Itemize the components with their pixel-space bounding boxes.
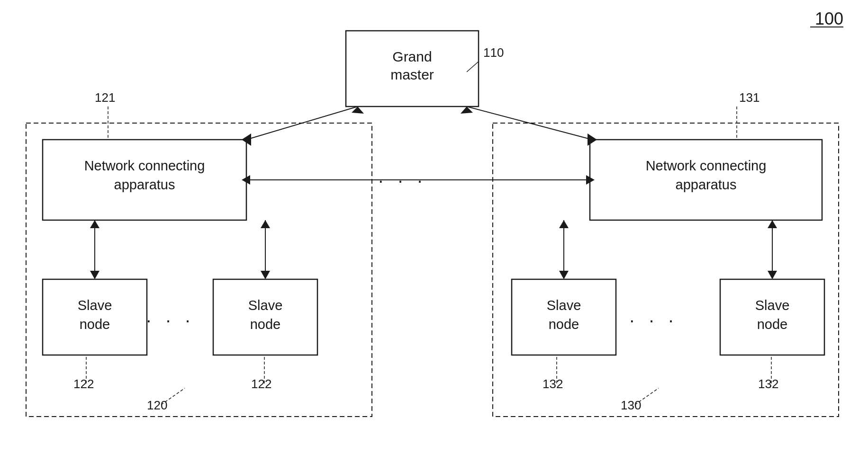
left-slave-1-label-1: Slave [78, 298, 112, 313]
ref-131: 131 [739, 90, 760, 105]
ref-122-left-2: 122 [251, 377, 271, 391]
arrow-rn-rs2-bot [768, 271, 777, 279]
right-slave-2-label-2: node [757, 317, 788, 332]
grandmaster-label-1: Grand [392, 49, 432, 64]
ref-110: 110 [483, 45, 504, 60]
grandmaster-label-2: master [390, 67, 434, 82]
left-network-label-2: apparatus [114, 177, 175, 192]
ref-120: 120 [147, 398, 167, 412]
svg-line-5 [467, 107, 592, 140]
diagram-container: 100 Grand master 110 Network connecting … [0, 0, 868, 453]
left-slave-dots: · · · [146, 311, 195, 330]
arrow-ln-ls2-top [261, 220, 270, 228]
right-network-label-1: Network connecting [646, 158, 767, 173]
right-slave-2-label-1: Slave [755, 298, 790, 313]
ref-121: 121 [95, 90, 115, 105]
ref-132-right-2: 132 [758, 377, 778, 391]
ref-132-right-1: 132 [542, 377, 563, 391]
arrow-rn-rs2-top [768, 220, 777, 228]
diagram-title: 100 [815, 9, 843, 28]
ref-130: 130 [621, 398, 641, 412]
arrow-rn-rs1-bot [559, 271, 569, 279]
ref-122-left-1: 122 [73, 377, 94, 391]
right-slave-1-label-1: Slave [547, 298, 581, 313]
arrow-ln-ls1-top [90, 220, 99, 228]
arrow-rn-rs1-top [559, 220, 569, 228]
left-slave-2-label-1: Slave [248, 298, 283, 313]
left-slave-2-label-2: node [250, 317, 281, 332]
arrow-ln-ls1-bot [90, 271, 99, 279]
arrow-ln-ls2-bot [261, 271, 270, 279]
right-slave-dots: · · · [630, 311, 678, 330]
right-slave-1-label-2: node [549, 317, 579, 332]
left-slave-1-label-2: node [80, 317, 110, 332]
middle-dots: · · · [379, 171, 427, 191]
left-network-label-1: Network connecting [84, 158, 205, 173]
right-network-label-2: apparatus [676, 177, 737, 192]
